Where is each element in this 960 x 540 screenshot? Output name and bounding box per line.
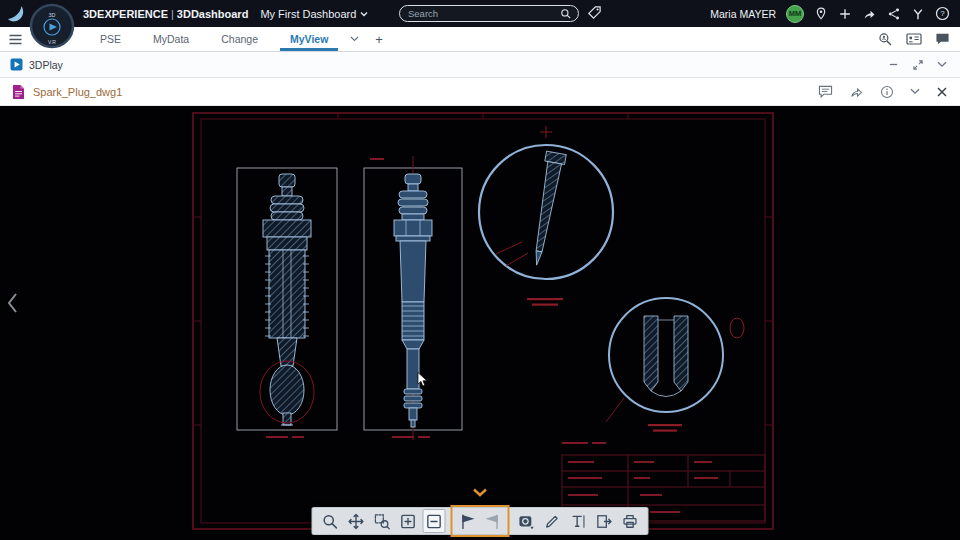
contact-card-icon[interactable] <box>906 32 922 47</box>
top-bar: 3D V.R 3DEXPERIENCE|3DDashboard My First… <box>0 0 960 27</box>
3ds-logo-icon[interactable] <box>5 3 29 24</box>
drawing-document-icon <box>12 84 25 100</box>
detail-view-insulator <box>606 298 744 432</box>
dashboard-selector[interactable]: My First Dashboard <box>260 8 368 20</box>
render-options-button[interactable] <box>515 509 538 533</box>
pan-tool-button[interactable] <box>345 509 368 533</box>
help-icon[interactable]: ? <box>935 6 950 21</box>
tab-options-chevron-icon[interactable] <box>344 27 365 51</box>
more-chevron-icon[interactable] <box>910 88 920 95</box>
community-icon[interactable] <box>911 7 925 21</box>
info-icon[interactable] <box>880 85 894 99</box>
document-controls <box>818 85 960 99</box>
user-name[interactable]: Maria MAYER <box>710 8 776 20</box>
next-sheet-button[interactable] <box>482 509 505 533</box>
spark-plug-drawing <box>0 106 960 540</box>
comments-icon[interactable] <box>818 85 833 98</box>
search-input[interactable] <box>400 8 560 19</box>
dashboard-name: My First Dashboard <box>260 8 356 20</box>
add-tab-button[interactable]: + <box>365 27 393 51</box>
search-icon[interactable] <box>560 8 572 20</box>
minimize-icon[interactable] <box>888 59 899 71</box>
search-members-icon[interactable] <box>878 32 893 47</box>
topbar-right-cluster: Maria MAYER MM ? <box>710 5 960 23</box>
close-icon[interactable] <box>936 86 948 98</box>
document-header: Spark_Plug_dwg1 <box>0 78 960 106</box>
widget-header: 3DPlay <box>0 52 960 78</box>
tab-list: PSE MyData Change MyView + <box>84 27 393 51</box>
tag-icon[interactable] <box>587 5 602 20</box>
zoom-window-tool-button[interactable] <box>371 509 394 533</box>
svg-text:?: ? <box>940 9 945 18</box>
draw-pencil-button[interactable] <box>541 509 564 533</box>
panel-expand-chevron-icon[interactable] <box>6 292 19 314</box>
tab-myview[interactable]: MyView <box>274 27 344 51</box>
dashboard-tab-bar: PSE MyData Change MyView + <box>0 27 960 52</box>
print-button[interactable] <box>619 509 642 533</box>
widget-menu-chevron-icon[interactable] <box>937 59 947 71</box>
widget-title: 3DPlay <box>29 59 63 71</box>
widget-controls <box>888 59 960 71</box>
brand-3dexperience: 3DEXPERIENCE <box>83 8 168 20</box>
zoom-tool-button[interactable] <box>319 509 342 533</box>
zoom-in-button[interactable] <box>397 509 420 533</box>
previous-sheet-button[interactable] <box>456 509 479 533</box>
tab-mydata[interactable]: MyData <box>137 27 205 51</box>
share-icon[interactable] <box>849 85 864 99</box>
global-search <box>399 5 579 22</box>
brand-app-name: 3DDashboard <box>177 8 249 20</box>
hamburger-menu-icon[interactable] <box>9 34 22 45</box>
chevron-down-icon <box>360 11 368 17</box>
zoom-out-button[interactable] <box>423 509 446 533</box>
maximize-icon[interactable] <box>912 59 924 71</box>
add-content-icon[interactable] <box>838 7 852 21</box>
brand-separator: | <box>168 8 177 20</box>
export-2d-button[interactable] <box>593 509 616 533</box>
document-title: Spark_Plug_dwg1 <box>33 86 122 98</box>
viewer-toolbar <box>312 507 649 535</box>
3d-drawing-canvas[interactable] <box>0 106 960 540</box>
user-avatar[interactable]: MM <box>786 5 804 23</box>
location-pin-icon[interactable] <box>814 6 828 21</box>
chat-bubble-icon[interactable] <box>935 32 950 47</box>
svg-text:3D: 3D <box>48 12 55 18</box>
compass-logo[interactable]: 3D V.R <box>29 3 75 49</box>
highlight-chevron-icon <box>472 488 488 497</box>
tab-change[interactable]: Change <box>205 27 274 51</box>
spark-plug-section-view <box>263 174 311 425</box>
spark-plug-side-view <box>394 156 432 440</box>
platform-brand: 3DEXPERIENCE|3DDashboard <box>83 8 248 20</box>
detail-view-electrode <box>479 126 613 306</box>
3dplay-app-icon <box>10 58 23 71</box>
tabbar-right-icons <box>878 32 960 47</box>
tab-pse[interactable]: PSE <box>84 27 137 51</box>
highlighted-tool-group <box>451 505 510 537</box>
share-nodes-icon[interactable] <box>887 7 901 21</box>
text-tool-button[interactable] <box>567 509 590 533</box>
share-forward-icon[interactable] <box>862 7 877 21</box>
svg-text:V.R: V.R <box>48 39 56 45</box>
